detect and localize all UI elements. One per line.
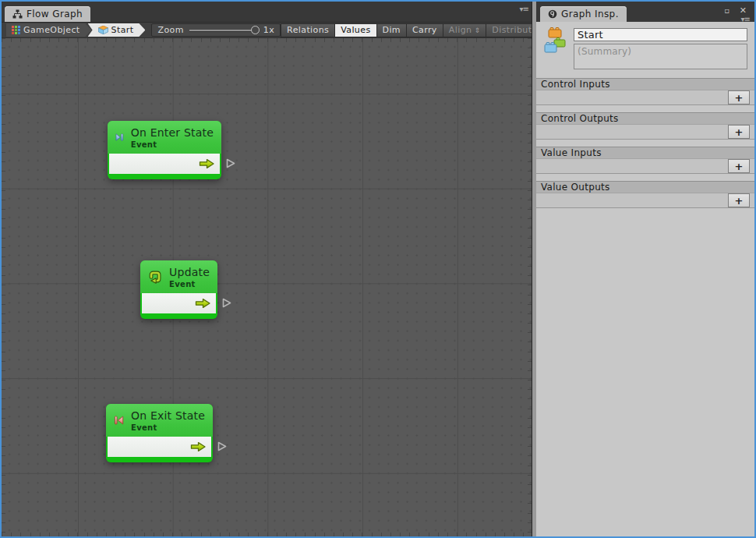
pane-menu-icon[interactable]: ▾≡	[520, 5, 528, 13]
node-on-exit-state[interactable]: On Exit State Event	[106, 404, 213, 462]
graph-title-input[interactable]	[574, 28, 747, 41]
zoom-slider[interactable]	[189, 30, 258, 31]
inspector-fields	[574, 27, 747, 73]
inspector-header	[536, 22, 754, 72]
zoom-control: Zoom 1x	[151, 23, 281, 37]
graph-inspector-icon	[548, 9, 557, 19]
toolbar-buttons: Relations Values Dim Carry Align⇕ Distri…	[281, 23, 532, 37]
add-value-input-button[interactable]: +	[728, 159, 750, 173]
node-on-enter-state[interactable]: On Enter State Event	[108, 121, 221, 179]
output-port-triangle[interactable]	[221, 297, 232, 309]
align-button: Align⇕	[443, 23, 487, 37]
zoom-label: Zoom	[157, 25, 183, 35]
maximize-icon[interactable]: ▫	[724, 6, 730, 16]
breadcrumb-gameobject[interactable]: GameObject	[6, 23, 92, 37]
node-port-row	[109, 154, 220, 174]
tab-flow-graph-label: Flow Graph	[26, 9, 83, 19]
unity-bolt-window: Flow Graph ▾≡ GameObject Start	[0, 0, 756, 538]
add-control-input-button[interactable]: +	[728, 90, 750, 104]
node-header: Update Event	[140, 260, 217, 293]
tab-flow-graph[interactable]: Flow Graph	[5, 6, 90, 22]
section-header: Value Outputs	[536, 181, 754, 193]
port-sections: Control Inputs + Control Outputs + Value…	[536, 78, 754, 208]
values-button[interactable]: Values	[335, 23, 376, 37]
node-update[interactable]: Update Event	[140, 260, 217, 319]
section-empty-list: +	[536, 159, 754, 174]
section-header: Control Inputs	[536, 78, 754, 90]
breadcrumb-start-label: Start	[111, 25, 134, 35]
start-graph-cube-icon	[98, 26, 108, 34]
add-control-output-button[interactable]: +	[728, 125, 750, 139]
tab-graph-inspector[interactable]: Graph Insp.	[540, 6, 627, 22]
zoom-value: 1x	[263, 25, 274, 35]
on-exit-state-icon	[113, 410, 125, 430]
node-port-row	[108, 437, 211, 457]
control-output-arrow-icon[interactable]	[190, 441, 207, 452]
output-port-triangle[interactable]	[217, 441, 228, 452]
node-subtitle: Event	[131, 140, 214, 149]
section-control-outputs: Control Outputs +	[536, 112, 754, 140]
breadcrumb-gameobject-label: GameObject	[23, 25, 80, 35]
section-value-inputs: Value Inputs +	[536, 147, 754, 174]
output-port-triangle[interactable]	[225, 158, 236, 169]
distribute-button: Distribute⇕	[486, 23, 532, 37]
on-enter-state-icon	[115, 127, 125, 147]
add-value-output-button[interactable]: +	[728, 193, 750, 207]
section-empty-list: +	[536, 193, 754, 208]
control-output-arrow-icon[interactable]	[195, 298, 211, 309]
update-loop-icon	[147, 267, 163, 287]
breadcrumb-start[interactable]: Start	[88, 23, 146, 37]
section-value-outputs: Value Outputs +	[536, 181, 754, 208]
node-port-row	[142, 293, 216, 313]
section-header: Control Outputs	[536, 112, 754, 125]
graph-inspector-panel: Graph Insp. ▫ ✕ ▾≡	[536, 2, 754, 536]
gameobject-icon	[12, 26, 20, 34]
dropdown-arrows-icon: ⇕	[474, 27, 480, 34]
graph-canvas[interactable]: On Enter State Event	[2, 37, 532, 536]
carry-button[interactable]: Carry	[407, 23, 443, 37]
node-title: On Exit State	[131, 409, 205, 422]
tab-graph-inspector-label: Graph Insp.	[561, 9, 619, 19]
section-empty-list: +	[536, 125, 754, 140]
node-subtitle: Event	[131, 423, 205, 432]
flow-graph-panel: Flow Graph ▾≡ GameObject Start	[2, 2, 532, 536]
node-title: Update	[169, 266, 210, 278]
dim-button[interactable]: Dim	[377, 23, 407, 37]
node-title: On Enter State	[131, 126, 214, 139]
control-output-arrow-icon[interactable]	[199, 158, 215, 169]
section-empty-list: +	[536, 90, 754, 105]
graph-summary-textarea[interactable]	[574, 44, 747, 69]
section-control-inputs: Control Inputs +	[536, 78, 754, 105]
flow-graph-icon	[12, 9, 23, 19]
node-header: On Exit State Event	[106, 404, 213, 437]
zoom-slider-thumb[interactable]	[251, 26, 260, 34]
graph-blocks-icon	[543, 27, 567, 55]
node-subtitle: Event	[169, 280, 210, 288]
inspector-tab-strip: Graph Insp. ▫ ✕ ▾≡	[536, 2, 754, 22]
node-header: On Enter State Event	[108, 121, 221, 154]
flow-graph-tab-strip: Flow Graph ▾≡	[2, 2, 532, 22]
canvas-left-ticks	[2, 38, 5, 536]
inspector-content: Control Inputs + Control Outputs + Value…	[536, 22, 754, 536]
flow-graph-toolbar: GameObject Start Zoom 1x Relations Value…	[2, 22, 532, 37]
section-header: Value Inputs	[536, 147, 754, 159]
relations-button[interactable]: Relations	[281, 23, 335, 37]
